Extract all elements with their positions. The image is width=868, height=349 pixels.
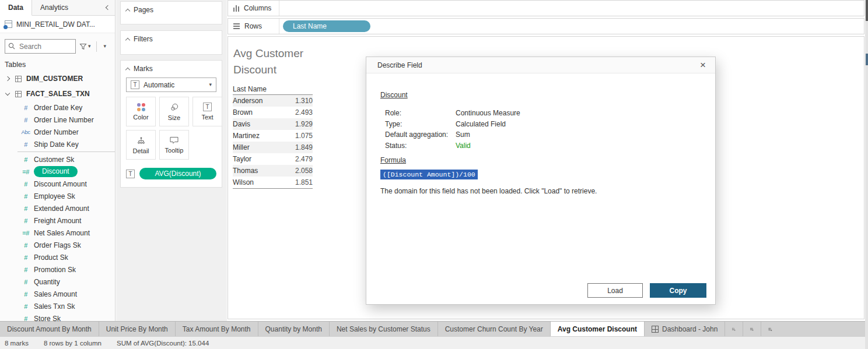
- cards-column: Pages Filters Marks T Automatic ▾ Color …: [116, 0, 227, 321]
- field-item[interactable]: #Discount Amount: [0, 178, 115, 190]
- field-item[interactable]: #Extended Amount: [0, 202, 115, 214]
- field-item[interactable]: =#Net Sales Amount: [0, 227, 115, 239]
- tables-heading: Tables: [5, 61, 115, 69]
- new-worksheet-button[interactable]: [725, 322, 743, 336]
- screen-edge: [865, 0, 868, 349]
- field-item[interactable]: #Freight Amount: [0, 214, 115, 227]
- field-item[interactable]: #Promotion Sk: [0, 263, 115, 276]
- number-icon: #: [18, 205, 34, 212]
- field-item[interactable]: #Employee Sk: [0, 190, 115, 202]
- table-row[interactable]: Brown2.493: [233, 107, 313, 118]
- sheet-title[interactable]: Avg Customer Discount: [233, 45, 324, 77]
- field-item[interactable]: #Sales Amount: [0, 288, 115, 300]
- mark-type-dropdown[interactable]: T Automatic ▾: [126, 77, 216, 92]
- sheet-tab-label: Quantity by Month: [265, 325, 322, 333]
- text-button[interactable]: T Text: [192, 97, 222, 126]
- collapse-pane-button[interactable]: [101, 0, 115, 15]
- copy-button[interactable]: Copy: [650, 283, 706, 298]
- field-item[interactable]: #Order Line Number: [0, 114, 115, 126]
- field-name: Sales Txn Sk: [34, 302, 75, 311]
- text-abc-icon: Abc: [18, 129, 34, 135]
- columns-shelf[interactable]: Columns: [228, 0, 864, 16]
- new-worksheet-icon: [732, 325, 736, 334]
- avg-discount-pill[interactable]: AVG(Discount): [139, 168, 216, 179]
- field-item[interactable]: AbcOrder Number: [0, 126, 115, 138]
- search-input[interactable]: [19, 40, 74, 52]
- new-story-icon: [768, 325, 772, 334]
- table-row[interactable]: Taylor2.479: [233, 153, 313, 165]
- load-button[interactable]: Load: [587, 283, 643, 298]
- chevron-up-icon: [125, 37, 130, 42]
- field-item[interactable]: #Order Flags Sk: [0, 239, 115, 251]
- formula-text[interactable]: ([Discount Amount])/100: [380, 170, 478, 179]
- sheet-tab[interactable]: Net Sales by Customer Status: [330, 322, 438, 336]
- filter-fields-button[interactable]: ▾: [78, 42, 92, 51]
- detail-label: Detail: [132, 147, 149, 154]
- table-row[interactable]: Anderson1.310: [233, 95, 313, 107]
- detail-button[interactable]: Detail: [126, 130, 156, 160]
- sheet-tab-active[interactable]: Avg Customer Discount: [551, 322, 645, 336]
- pages-card-header[interactable]: Pages: [121, 2, 222, 16]
- pages-card: Pages: [120, 1, 222, 24]
- sheet-tab[interactable]: Discount Amount By Month: [0, 322, 99, 336]
- column-header[interactable]: Last Name: [233, 83, 313, 95]
- dashboard-tab[interactable]: Dashboard - John: [645, 322, 725, 336]
- expander-collapsed-icon[interactable]: [5, 77, 10, 80]
- row-label: Davis: [233, 118, 250, 130]
- tab-data[interactable]: Data: [0, 0, 32, 16]
- number-icon: #: [18, 117, 34, 124]
- color-label: Color: [133, 114, 148, 121]
- tooltip-button[interactable]: Tooltip: [159, 130, 189, 160]
- dialog-titlebar[interactable]: Describe Field ×: [366, 57, 715, 73]
- table-row[interactable]: Miller1.849: [233, 142, 313, 153]
- field-name: Discount: [34, 166, 78, 177]
- field-item[interactable]: #Sales Txn Sk: [0, 300, 115, 312]
- close-icon[interactable]: ×: [700, 60, 706, 70]
- field-item[interactable]: #Ship Date Key: [0, 138, 115, 150]
- field-item[interactable]: #Product Sk: [0, 251, 115, 263]
- table-row[interactable]: Davis1.929: [233, 118, 313, 130]
- expander-expanded-icon[interactable]: [5, 93, 10, 95]
- row-value: 2.493: [295, 107, 313, 118]
- field-name: Sales Amount: [34, 290, 77, 298]
- field-item-discount-selected[interactable]: =#Discount: [0, 165, 115, 178]
- rows-shelf[interactable]: Rows Last Name: [228, 18, 864, 34]
- tab-analytics[interactable]: Analytics: [32, 0, 76, 15]
- status-valid-value: Valid: [456, 142, 471, 150]
- sheet-tab[interactable]: Quantity by Month: [258, 322, 330, 336]
- caret-down-icon: ▾: [88, 44, 91, 49]
- sheet-tab[interactable]: Unit Price By Month: [99, 322, 176, 336]
- sheet-tab-bar: Discount Amount By Month Unit Price By M…: [0, 321, 868, 336]
- pane-tabs: Data Analytics: [0, 0, 115, 16]
- field-name: Quantity: [34, 278, 60, 286]
- sheet-tab[interactable]: Tax Amount By Month: [176, 322, 258, 336]
- table-item-fact-sales-txn[interactable]: FACT_SALES_TXN: [0, 86, 115, 101]
- number-icon: #: [18, 254, 34, 261]
- filters-card: Filters: [120, 30, 222, 55]
- table-row[interactable]: Martinez1.075: [233, 130, 313, 142]
- new-story-button[interactable]: [761, 322, 779, 336]
- datasource-item[interactable]: MINI_RETAIL_DW DAT...: [0, 16, 115, 33]
- table-row[interactable]: Wilson1.851: [233, 177, 313, 188]
- field-item[interactable]: #Quantity: [0, 276, 115, 288]
- field-item[interactable]: #Order Date Key: [0, 101, 115, 114]
- last-name-pill[interactable]: Last Name: [283, 20, 370, 32]
- row-label: Taylor: [233, 153, 251, 165]
- marks-card-header[interactable]: Marks: [121, 61, 222, 75]
- field-item[interactable]: #Customer Sk: [0, 153, 115, 165]
- filters-label: Filters: [134, 35, 153, 43]
- text-mark-icon[interactable]: T: [126, 170, 135, 178]
- size-button[interactable]: Size: [159, 97, 189, 126]
- color-button[interactable]: Color: [126, 97, 156, 126]
- pane-menu-button[interactable]: ▾: [101, 44, 110, 49]
- new-dashboard-button[interactable]: [743, 322, 761, 336]
- dialog-field-name: Discount: [380, 91, 408, 99]
- property-label: Status:: [385, 142, 456, 150]
- filters-card-header[interactable]: Filters: [121, 31, 222, 45]
- table-row[interactable]: Thomas2.058: [233, 165, 313, 177]
- sheet-tab[interactable]: Customer Churn Count By Year: [438, 322, 551, 336]
- marks-card: Marks T Automatic ▾ Color Size T Text: [120, 60, 222, 188]
- chevron-left-icon: [106, 5, 110, 10]
- funnel-icon: [79, 43, 87, 50]
- table-item-dim-customer[interactable]: DIM_CUSTOMER: [0, 71, 115, 86]
